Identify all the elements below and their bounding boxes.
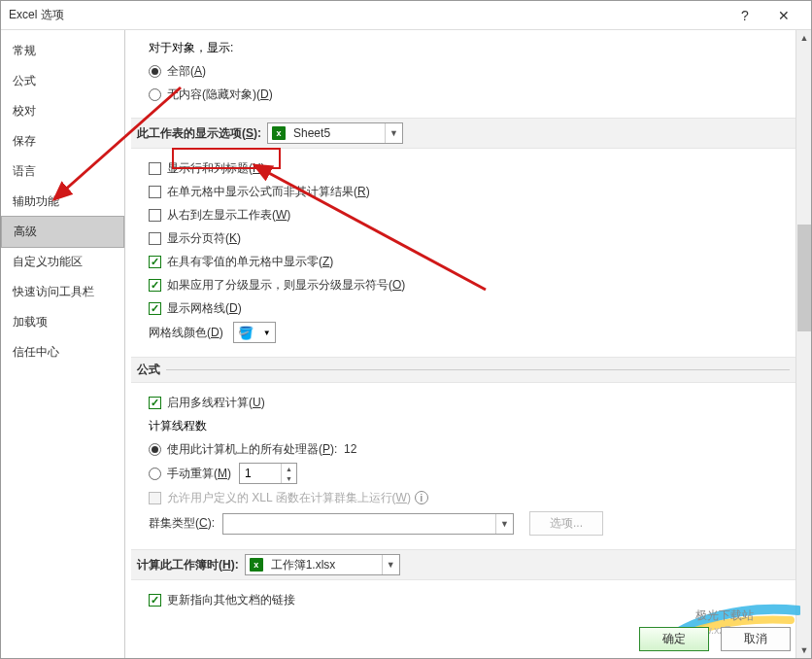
checkbox-gridlines-label: 显示网格线(D) — [167, 300, 242, 317]
checkbox-icon — [149, 594, 161, 607]
options-dialog: Excel 选项 ? ✕ 常规 公式 校对 保存 语言 辅助功能 高级 自定义功… — [0, 0, 812, 659]
checkbox-gridlines[interactable]: 显示网格线(D) — [149, 298, 795, 318]
checkbox-update-links-label: 更新指向其他文档的链接 — [167, 592, 295, 608]
titlebar: Excel 选项 ? ✕ — [1, 1, 811, 30]
worksheet-select-text: Sheet5 — [289, 126, 385, 140]
sidebar-item-qat[interactable]: 快速访问工具栏 — [1, 277, 124, 307]
radio-manual-threads[interactable]: 手动重算(M) 1 ▲ ▼ — [149, 463, 795, 484]
checkbox-outline-label: 如果应用了分级显示，则显示分级显示符号(O) — [167, 277, 405, 294]
checkbox-pagebreaks[interactable]: 显示分页符(K) — [149, 228, 795, 248]
gridline-color-row: 网格线颜色(D) 🪣 ▼ — [149, 322, 795, 343]
sidebar-item-general[interactable]: 常规 — [1, 36, 124, 66]
checkbox-icon — [149, 302, 161, 315]
objects-label: 对于对象，显示: — [149, 38, 795, 57]
section-title: 此工作表的显示选项(S): — [137, 125, 261, 142]
checkbox-icon — [149, 209, 161, 222]
brand-text: 极光下载站 — [695, 607, 754, 624]
workbook-select[interactable]: x 工作簿1.xlsx ▼ — [245, 554, 400, 575]
checkbox-xll-label: 允许用户定义的 XLL 函数在计算群集上运行(W) — [167, 490, 411, 506]
radio-none-label: 无内容(隐藏对象)(D) — [167, 87, 273, 103]
checkbox-rtl[interactable]: 从右到左显示工作表(W) — [149, 205, 795, 225]
checkbox-multithread[interactable]: 启用多线程计算(U) — [149, 393, 795, 412]
gridline-color-picker[interactable]: 🪣 ▼ — [233, 322, 276, 343]
paint-bucket-icon: 🪣 — [238, 326, 254, 340]
vertical-scrollbar[interactable]: ▲ ▼ — [795, 30, 811, 658]
threads-label: 计算线程数 — [149, 416, 795, 435]
checkbox-icon — [149, 232, 161, 245]
sidebar-item-save[interactable]: 保存 — [1, 126, 124, 156]
section-formulas: 公式 — [131, 357, 795, 383]
cluster-label: 群集类型(C): — [149, 515, 215, 532]
section-title: 计算此工作簿时(H): — [137, 557, 239, 573]
checkbox-icon — [149, 162, 161, 175]
cluster-options-button: 选项... — [529, 511, 603, 536]
checkbox-row-headers[interactable]: 显示行和列标题(H) — [149, 158, 795, 178]
radio-use-all-procs[interactable]: 使用此计算机上的所有处理器(P): 12 — [149, 439, 795, 459]
checkbox-pagebreaks-label: 显示分页符(K) — [167, 230, 241, 247]
checkbox-show-formulas[interactable]: 在单元格中显示公式而非其计算结果(R) — [149, 182, 795, 201]
dialog-title: Excel 选项 — [9, 7, 726, 23]
sidebar-item-formulas[interactable]: 公式 — [1, 66, 124, 96]
checkbox-multithread-label: 启用多线程计算(U) — [167, 395, 265, 411]
sidebar-item-advanced[interactable]: 高级 — [1, 216, 124, 248]
checkbox-zero[interactable]: 在具有零值的单元格中显示零(Z) — [149, 252, 795, 271]
ok-button[interactable]: 确定 — [639, 627, 709, 651]
radio-icon — [149, 65, 161, 78]
section-title: 公式 — [137, 362, 160, 378]
sidebar: 常规 公式 校对 保存 语言 辅助功能 高级 自定义功能区 快速访问工具栏 加载… — [1, 30, 125, 658]
radio-all-procs-label: 使用此计算机上的所有处理器(P): 12 — [167, 441, 356, 458]
radio-icon — [149, 443, 161, 456]
sidebar-item-proofing[interactable]: 校对 — [1, 96, 124, 126]
scrollbar-thumb[interactable] — [797, 225, 811, 331]
checkbox-icon — [149, 186, 161, 198]
thread-count-input[interactable]: 1 ▲ ▼ — [239, 463, 297, 484]
close-button[interactable]: ✕ — [764, 2, 803, 29]
gridcolor-label: 网格线颜色(D) — [149, 325, 223, 341]
radio-all-label: 全部(A) — [167, 63, 206, 80]
sidebar-item-addins[interactable]: 加载项 — [1, 307, 124, 337]
checkbox-rtl-label: 从右到左显示工作表(W) — [167, 207, 290, 224]
radio-show-all[interactable]: 全部(A) — [149, 61, 795, 81]
sidebar-item-accessibility[interactable]: 辅助功能 — [1, 187, 124, 217]
worksheet-select[interactable]: x Sheet5 ▼ — [267, 122, 403, 144]
scroll-up-icon[interactable]: ▲ — [796, 30, 811, 46]
sidebar-item-customize-ribbon[interactable]: 自定义功能区 — [1, 247, 124, 277]
dialog-footer: 确定 取消 — [639, 627, 791, 651]
sidebar-item-trust-center[interactable]: 信任中心 — [1, 337, 124, 367]
checkbox-formulas-label: 在单元格中显示公式而非其计算结果(R) — [167, 184, 370, 200]
info-icon[interactable]: i — [415, 491, 428, 504]
cluster-type-row: 群集类型(C): ▼ 选项... — [149, 511, 795, 536]
checkbox-zero-label: 在具有零值的单元格中显示零(Z) — [167, 254, 333, 270]
checkbox-xll-cluster: 允许用户定义的 XLL 函数在计算群集上运行(W) i — [149, 488, 795, 507]
content-pane: 对于对象，显示: 全部(A) 无内容(隐藏对象)(D) 此工作表的显示选项(S)… — [125, 30, 811, 658]
radio-show-none[interactable]: 无内容(隐藏对象)(D) — [149, 85, 795, 104]
chevron-down-icon: ▼ — [263, 329, 271, 337]
checkbox-icon — [149, 279, 161, 292]
radio-icon — [149, 88, 161, 101]
section-workbook-calc: 计算此工作簿时(H): x 工作簿1.xlsx ▼ — [131, 549, 795, 580]
radio-manual-label: 手动重算(M) — [167, 466, 231, 482]
cancel-button[interactable]: 取消 — [721, 627, 791, 651]
excel-file-icon: x — [249, 557, 264, 572]
checkbox-icon — [149, 397, 161, 409]
sidebar-item-language[interactable]: 语言 — [1, 156, 124, 187]
section-worksheet-display: 此工作表的显示选项(S): x Sheet5 ▼ — [131, 118, 795, 149]
workbook-select-text: 工作簿1.xlsx — [267, 557, 382, 573]
checkbox-headers-label: 显示行和列标题(H) — [167, 160, 265, 177]
chevron-down-icon: ▼ — [495, 514, 513, 534]
thread-count-value: 1 — [240, 464, 281, 483]
chevron-down-icon: ▼ — [385, 123, 402, 143]
chevron-down-icon: ▼ — [382, 555, 399, 574]
radio-icon — [149, 468, 161, 480]
spinner-up-icon[interactable]: ▲ — [282, 464, 296, 473]
help-button[interactable]: ? — [726, 2, 764, 29]
cluster-type-select[interactable]: ▼ — [222, 513, 514, 535]
excel-sheet-icon: x — [271, 125, 287, 141]
spinner-down-icon[interactable]: ▼ — [282, 473, 296, 483]
checkbox-icon — [149, 256, 161, 268]
checkbox-outline[interactable]: 如果应用了分级显示，则显示分级显示符号(O) — [149, 275, 795, 295]
checkbox-icon — [149, 492, 161, 504]
